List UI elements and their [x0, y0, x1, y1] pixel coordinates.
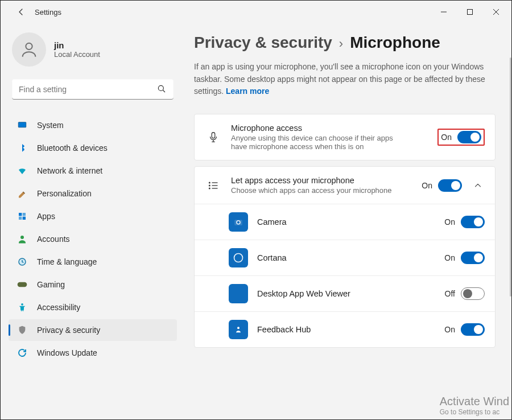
app-row-feedback-hub: Feedback HubOn — [195, 311, 495, 347]
svg-rect-9 — [19, 213, 22, 216]
app-name: Cortana — [257, 253, 435, 262]
svg-rect-12 — [23, 217, 26, 220]
let-apps-toggle-label: On — [422, 181, 432, 190]
svg-point-13 — [20, 236, 24, 239]
sidebar-item-windows-update[interactable]: Windows Update — [9, 342, 177, 364]
app-name: Feedback Hub — [257, 325, 435, 334]
svg-point-23 — [209, 182, 210, 183]
apps-icon — [16, 211, 28, 222]
app-toggle-label: On — [444, 217, 455, 227]
minimize-button[interactable] — [431, 3, 457, 21]
svg-point-24 — [209, 185, 210, 186]
svg-rect-7 — [18, 122, 26, 127]
app-name: Desktop App Web Viewer — [257, 289, 436, 298]
gamepad-icon — [16, 279, 28, 290]
svg-rect-17 — [212, 133, 215, 138]
sidebar-item-accounts[interactable]: Accounts — [9, 228, 177, 250]
avatar — [12, 32, 46, 67]
nav-list: SystemBluetooth & devicesNetwork & inter… — [9, 114, 177, 364]
svg-point-30 — [237, 327, 240, 329]
sidebar-item-label: Accessibility — [37, 303, 80, 312]
update-icon — [16, 347, 28, 359]
sidebar-item-system[interactable]: System — [9, 114, 177, 136]
app-toggle[interactable] — [461, 323, 485, 336]
app-name: Camera — [257, 217, 435, 227]
list-icon — [205, 180, 222, 191]
profile-block[interactable]: jin Local Account — [9, 29, 177, 79]
app-toggle-label: On — [444, 325, 455, 334]
let-apps-toggle[interactable] — [438, 179, 462, 192]
window-title: Settings — [35, 8, 61, 17]
card-mic-access: Microphone access Anyone using this devi… — [194, 114, 496, 160]
maximize-button[interactable] — [457, 3, 483, 21]
app-row-camera: CameraOn — [195, 204, 495, 240]
sidebar-item-gaming[interactable]: Gaming — [9, 274, 177, 295]
app-row-cortana: CortanaOn — [195, 240, 495, 275]
main-content: Privacy & security › Microphone If an ap… — [183, 23, 511, 419]
display-icon — [16, 120, 28, 131]
svg-rect-15 — [18, 282, 27, 287]
breadcrumb-parent[interactable]: Privacy & security — [194, 34, 332, 52]
sidebar-item-accessibility[interactable]: Accessibility — [9, 297, 177, 318]
microphone-icon — [205, 131, 222, 143]
expand-collapse-button[interactable] — [471, 182, 485, 190]
chevron-right-icon: › — [339, 36, 343, 51]
mic-access-toggle[interactable] — [457, 131, 481, 143]
scrollbar[interactable] — [510, 57, 511, 297]
app-icon — [229, 320, 248, 339]
svg-point-28 — [237, 221, 240, 224]
sidebar-item-time-language[interactable]: Time & language — [9, 251, 177, 273]
svg-point-5 — [158, 85, 163, 90]
sidebar-item-label: Apps — [37, 212, 55, 221]
app-icon — [229, 212, 248, 232]
sidebar-item-bluetooth-devices[interactable]: Bluetooth & devices — [9, 137, 177, 159]
svg-line-6 — [163, 90, 165, 92]
learn-more-link[interactable]: Learn more — [226, 87, 269, 96]
app-row-desktop-app-web-viewer: Desktop App Web ViewerOff — [195, 275, 495, 311]
sidebar-item-label: Accounts — [37, 234, 70, 244]
svg-rect-1 — [468, 10, 473, 15]
search-input[interactable] — [12, 79, 174, 100]
titlebar: Settings — [1, 1, 511, 23]
sidebar-item-apps[interactable]: Apps — [9, 205, 177, 227]
svg-rect-10 — [23, 213, 26, 216]
svg-point-25 — [209, 188, 210, 189]
sidebar-item-network-internet[interactable]: Network & internet — [9, 160, 177, 182]
wifi-icon — [16, 165, 28, 176]
activation-watermark: Activate Wind Go to Settings to ac — [440, 395, 509, 416]
app-toggle[interactable] — [461, 252, 485, 264]
search-box[interactable] — [12, 79, 174, 100]
sidebar-item-label: Gaming — [37, 280, 65, 289]
sidebar-item-label: Network & internet — [37, 166, 102, 175]
sidebar-item-label: Time & language — [37, 257, 97, 266]
clock-icon — [16, 256, 28, 267]
profile-subtitle: Local Account — [54, 50, 100, 59]
page-description: If an app is using your microphone, you'… — [194, 61, 490, 98]
svg-rect-11 — [19, 217, 22, 220]
mic-access-toggle-label: On — [441, 133, 452, 142]
app-toggle[interactable] — [461, 287, 485, 300]
person-icon — [16, 233, 28, 245]
profile-name: jin — [54, 40, 100, 50]
sidebar-item-privacy-security[interactable]: Privacy & security — [9, 319, 177, 341]
bluetooth-icon — [16, 142, 28, 154]
brush-icon — [16, 188, 28, 199]
let-apps-toggle-group: On — [422, 179, 462, 192]
app-toggle[interactable] — [461, 216, 485, 228]
svg-point-29 — [234, 254, 243, 262]
let-apps-title: Let apps access your microphone — [231, 176, 412, 185]
app-icon — [229, 248, 248, 267]
sidebar-item-label: System — [37, 121, 64, 130]
access-icon — [16, 302, 28, 313]
sidebar-item-personalization[interactable]: Personalization — [9, 183, 177, 204]
close-button[interactable] — [483, 3, 509, 21]
svg-point-16 — [21, 303, 23, 306]
let-apps-sub: Choose which apps can access your microp… — [231, 186, 402, 195]
sidebar: jin Local Account SystemBluetooth & devi… — [1, 23, 183, 419]
svg-point-4 — [26, 43, 32, 50]
mic-access-sub: Anyone using this device can choose if t… — [231, 134, 402, 151]
back-button[interactable] — [11, 2, 31, 22]
sidebar-item-label: Bluetooth & devices — [37, 143, 108, 153]
app-toggle-label: Off — [445, 289, 455, 298]
app-icon — [229, 284, 248, 303]
